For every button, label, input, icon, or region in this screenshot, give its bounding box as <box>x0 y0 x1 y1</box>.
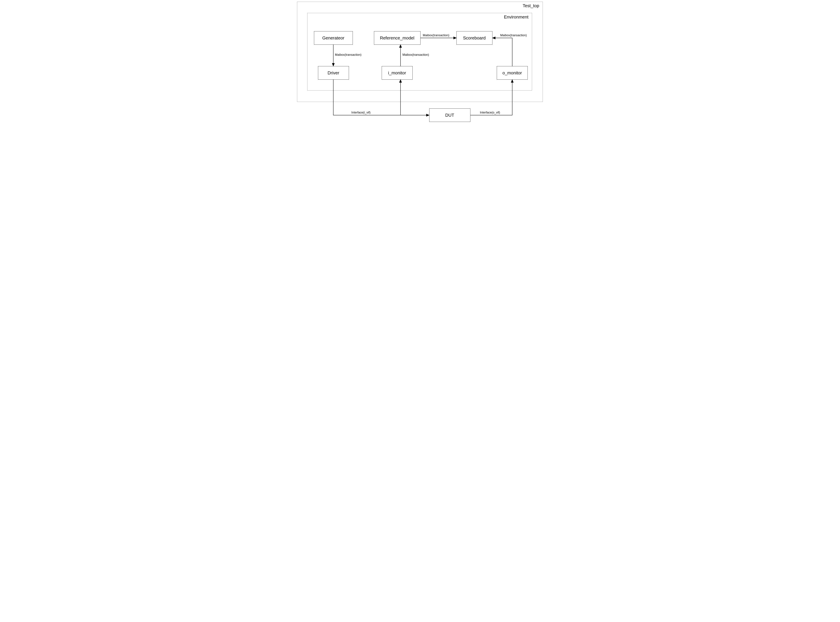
edge-label-dut-to-omon: Interface(o_vif) <box>480 111 500 114</box>
container-test-top-label: Test_top <box>523 3 539 8</box>
node-dut-label: DUT <box>429 113 470 118</box>
node-generator: Generateor <box>314 31 353 45</box>
edge-label-driver-to-dut: Interface(i_vif) <box>351 111 371 114</box>
edge-label-ref-to-score: Maibox(transaction) <box>423 34 449 37</box>
container-environment-label: Environment <box>504 14 528 20</box>
edge-label-imon-to-ref: Maibox(transaction) <box>403 53 429 56</box>
node-o-monitor-label: o_monitor <box>497 70 527 76</box>
node-o-monitor: o_monitor <box>497 66 528 79</box>
node-scoreboard: Scoreboard <box>457 31 492 45</box>
node-i-monitor-label: i_monitor <box>382 70 412 76</box>
node-reference-model-label: Reference_model <box>374 35 420 41</box>
node-driver: Driver <box>318 66 349 79</box>
node-i-monitor: i_monitor <box>382 66 412 79</box>
node-generator-label: Generateor <box>314 35 353 41</box>
diagram-canvas: Test_top Environment Generateor Driver R… <box>296 0 544 124</box>
edge-label-omon-to-score: Maibox(transaction) <box>500 34 527 37</box>
node-scoreboard-label: Scoreboard <box>457 35 492 41</box>
node-reference-model: Reference_model <box>374 31 420 45</box>
node-dut: DUT <box>429 108 470 122</box>
edge-label-gen-to-driver: Maibox(transaction) <box>335 53 362 56</box>
node-driver-label: Driver <box>318 70 349 76</box>
